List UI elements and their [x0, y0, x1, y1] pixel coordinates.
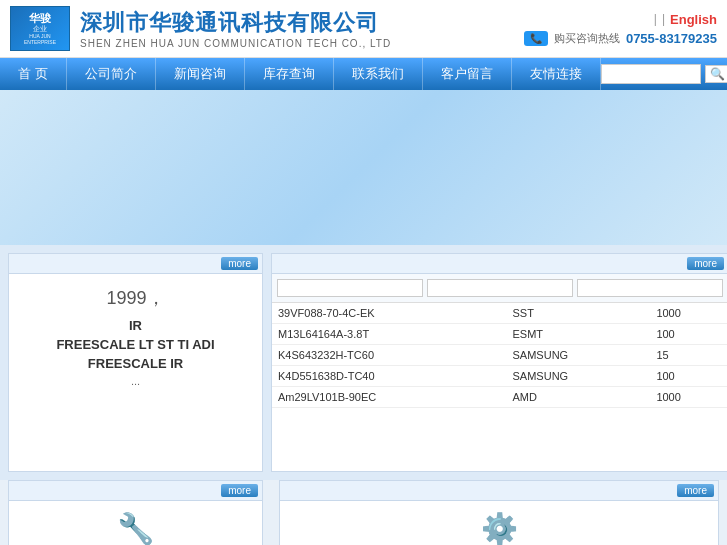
nav-home[interactable]: 首 页	[0, 58, 67, 90]
phone-number: 0755-83179235	[626, 31, 717, 46]
right-more-button[interactable]: more	[687, 257, 724, 270]
table-cell-qty: 100	[650, 324, 727, 345]
table-search-bar	[272, 274, 727, 303]
left-more-button[interactable]: more	[221, 257, 258, 270]
right-panel: more 39VF088-70-4C-EK SST 1000 M13L64164…	[271, 253, 727, 472]
left-brand-fs: FREESCALE IR	[21, 356, 250, 371]
second-right-content: ⚙️	[280, 501, 718, 545]
table-row: M13L64164A-3.8T ESMT 100	[272, 324, 727, 345]
nav-links[interactable]: 友情连接	[512, 58, 601, 90]
company-logo: 华骏 企业 HUA JUN ENTERPRISE	[10, 6, 70, 51]
stock-table: 39VF088-70-4C-EK SST 1000 M13L64164A-3.8…	[272, 303, 727, 408]
table-row: Am29LV101B-90EC AMD 1000	[272, 387, 727, 408]
hotline-label: 购买咨询热线	[554, 31, 620, 46]
nav-guestbook[interactable]: 客户留言	[423, 58, 512, 90]
table-cell-brand: SAMSUNG	[507, 345, 651, 366]
lang-english[interactable]: English	[670, 12, 717, 27]
nav-news[interactable]: 新闻咨询	[156, 58, 245, 90]
second-left-more-button[interactable]: more	[221, 484, 258, 497]
table-cell-brand: SAMSUNG	[507, 366, 651, 387]
banner	[0, 90, 727, 245]
table-cell-qty: 15	[650, 345, 727, 366]
table-row: 39VF088-70-4C-EK SST 1000	[272, 303, 727, 324]
second-left-icon: 🔧	[117, 511, 154, 545]
left-more-dots: ...	[21, 375, 250, 387]
table-row: K4D551638D-TC40 SAMSUNG 100	[272, 366, 727, 387]
left-brand-ir: IR	[21, 318, 250, 333]
left-panel-content: 1999， IR FREESCALE LT ST TI ADI FREESCAL…	[9, 274, 262, 399]
nav-stock[interactable]: 库存查询	[245, 58, 334, 90]
search-input[interactable]	[601, 64, 701, 84]
nav-search-area: 🔍	[601, 64, 727, 84]
lang-sep1: |	[654, 12, 657, 26]
second-row: more 🔧 more ⚙️	[0, 480, 727, 545]
table-row: K4S643232H-TC60 SAMSUNG 15	[272, 345, 727, 366]
header: 华骏 企业 HUA JUN ENTERPRISE 深圳市华骏通讯科技有限公司 S…	[0, 0, 727, 58]
right-panel-more-bar: more	[272, 254, 727, 274]
table-cell-model: Am29LV101B-90EC	[272, 387, 507, 408]
logo-text: 华骏 企业 HUA JUN ENTERPRISE	[13, 12, 67, 46]
content-wrapper: more 1999， IR FREESCALE LT ST TI ADI FRE…	[0, 245, 727, 545]
left-panel-more-bar: more	[9, 254, 262, 274]
table-cell-model: 39VF088-70-4C-EK	[272, 303, 507, 324]
nav-about[interactable]: 公司简介	[67, 58, 156, 90]
hotline-bar: 📞 购买咨询热线 0755-83179235	[524, 31, 717, 46]
second-right-more-button[interactable]: more	[677, 484, 714, 497]
header-left: 华骏 企业 HUA JUN ENTERPRISE 深圳市华骏通讯科技有限公司 S…	[10, 6, 391, 51]
table-cell-qty: 1000	[650, 303, 727, 324]
table-search-input-3[interactable]	[577, 279, 723, 297]
lang-sep2: |	[662, 12, 665, 26]
second-right-more-bar: more	[280, 481, 718, 501]
table-cell-brand: AMD	[507, 387, 651, 408]
lang-bar: | | English	[654, 12, 717, 27]
second-left-content: 🔧	[9, 501, 262, 545]
search-button[interactable]: 🔍	[705, 65, 727, 83]
second-right-panel: more ⚙️	[279, 480, 719, 545]
company-name-cn: 深圳市华骏通讯科技有限公司	[80, 8, 391, 38]
table-cell-brand: SST	[507, 303, 651, 324]
table-cell-qty: 1000	[650, 387, 727, 408]
table-cell-qty: 100	[650, 366, 727, 387]
left-brand-list: FREESCALE LT ST TI ADI	[21, 337, 250, 352]
navbar: 首 页 公司简介 新闻咨询 库存查询 联系我们 客户留言 友情连接 🔍	[0, 58, 727, 90]
left-panel: more 1999， IR FREESCALE LT ST TI ADI FRE…	[8, 253, 263, 472]
left-year: 1999，	[21, 286, 250, 310]
second-right-icon: ⚙️	[481, 511, 518, 545]
header-right: | | English 📞 购买咨询热线 0755-83179235	[524, 12, 717, 46]
phone-icon: 📞	[524, 31, 548, 46]
company-name-en: SHEN ZHEN HUA JUN COMMUNICATION TECH CO.…	[80, 38, 391, 49]
second-left-more-bar: more	[9, 481, 262, 501]
banner-bg	[0, 90, 727, 245]
nav-contact[interactable]: 联系我们	[334, 58, 423, 90]
second-left-panel: more 🔧	[8, 480, 263, 545]
table-cell-model: K4S643232H-TC60	[272, 345, 507, 366]
table-search-input-1[interactable]	[277, 279, 423, 297]
main-content: more 1999， IR FREESCALE LT ST TI ADI FRE…	[0, 245, 727, 480]
table-cell-model: K4D551638D-TC40	[272, 366, 507, 387]
table-search-input-2[interactable]	[427, 279, 573, 297]
company-names: 深圳市华骏通讯科技有限公司 SHEN ZHEN HUA JUN COMMUNIC…	[80, 8, 391, 49]
table-cell-brand: ESMT	[507, 324, 651, 345]
table-cell-model: M13L64164A-3.8T	[272, 324, 507, 345]
